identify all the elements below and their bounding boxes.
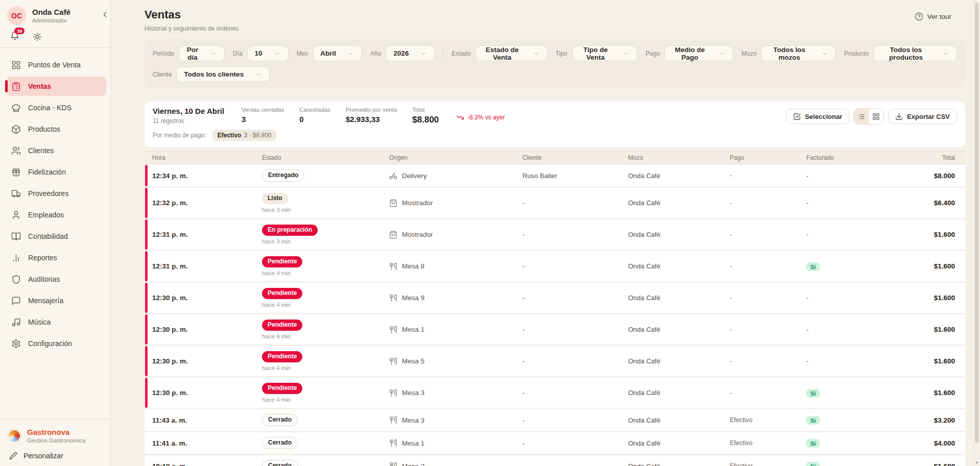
cell-invoiced: Sí — [806, 416, 888, 424]
sidebar-item-fidelizacion[interactable]: Fidelización — [6, 162, 106, 182]
scrollbar-thumb[interactable] — [975, 3, 978, 443]
cell-total: $8.000 — [888, 172, 955, 180]
table-row[interactable]: 10:10 a. m. Cerrado Mesa 2 - Onda Café E… — [145, 455, 965, 466]
filter-group-periodo: Período Por día — [153, 45, 225, 61]
sidebar-item-proveedores[interactable]: Proveedores — [6, 184, 106, 203]
filter-select-ano[interactable]: 2026 — [386, 45, 435, 61]
cell-status: En preparación hace 3 min — [262, 225, 389, 244]
filter-select-producto[interactable]: Todos los productos — [873, 45, 957, 61]
sidebar-item-productos[interactable]: Productos — [6, 119, 106, 139]
pencil-icon — [9, 452, 17, 460]
table-row[interactable]: 12:34 p. m. Entregado Delivery Ruso Bait… — [145, 165, 965, 186]
filter-select-periodo[interactable]: Por día — [179, 45, 225, 61]
filter-label: Mes — [297, 50, 308, 57]
filter-label: Día — [233, 50, 243, 57]
notifications-button[interactable]: 39 — [10, 31, 19, 42]
workspace-name: Onda Café — [32, 8, 70, 16]
cell-origin: Mesa 9 — [389, 294, 522, 302]
workspace-role: Administrador — [32, 17, 70, 23]
cell-origin: Mesa 1 — [389, 439, 522, 447]
chevron-down-icon — [420, 50, 427, 57]
cell-payment: - — [730, 295, 806, 302]
table-row[interactable]: 12:30 p. m. Pendiente hace 4 min Mesa 1 … — [145, 314, 965, 345]
filter-label: Producto — [844, 50, 869, 57]
sidebar-item-label: Mensajería — [28, 297, 63, 305]
filter-value: Todos los mozos — [769, 46, 810, 61]
status-badge: Pendiente — [262, 256, 302, 267]
sidebar-item-contabilidad[interactable]: Contabilidad — [6, 227, 106, 246]
filter-group-ano: Año 2026 — [370, 45, 435, 61]
sidebar-item-empleados[interactable]: Empleados — [6, 205, 106, 225]
origin-label: Mesa 1 — [402, 439, 424, 447]
summary-date-block: Viernes, 10 De Abril 11 registros — [153, 107, 224, 125]
sidebar-header: OC Onda Café Administrador 39 — [0, 0, 110, 48]
filter-group-pago: Pago Medio de Pago — [646, 45, 733, 61]
filter-label: Mozo — [742, 50, 756, 57]
filter-select-pago[interactable]: Medio de Pago — [664, 45, 733, 61]
cell-invoiced: Sí — [806, 462, 888, 466]
personalize-button[interactable]: Personalizar — [7, 452, 103, 460]
seleccionar-button[interactable]: Seleccionar — [786, 109, 849, 124]
list-icon — [857, 113, 865, 120]
scrollbar-down-arrow[interactable]: ▼ — [973, 460, 980, 465]
filter-select-tipo[interactable]: Tipo de Venta — [572, 45, 638, 61]
table-row[interactable]: 12:30 p. m. Pendiente hace 4 min Mesa 3 … — [145, 378, 965, 408]
sidebar-item-musica[interactable]: Música — [6, 312, 106, 332]
table-row[interactable]: 12:30 p. m. Pendiente hace 4 min Mesa 5 … — [145, 346, 965, 376]
list-view-button[interactable] — [854, 109, 869, 124]
cell-total: $1.600 — [888, 231, 955, 238]
filter-select-mes[interactable]: Abril — [313, 45, 362, 61]
cell-total: $6.400 — [888, 199, 955, 207]
summary-card: Viernes, 10 De Abril 11 registros Ventas… — [145, 102, 965, 147]
invoiced-badge: Sí — [806, 416, 820, 425]
utensils-icon — [389, 326, 397, 334]
filter-select-mozo[interactable]: Todos los mozos — [761, 45, 836, 61]
sidebar-item-puntos-de-venta[interactable]: Puntos de Venta — [6, 55, 106, 75]
cell-status: Cerrado — [262, 437, 389, 449]
scrollbar[interactable]: ▼ — [973, 0, 980, 466]
ver-tour-button[interactable]: Ver tour — [915, 12, 951, 21]
filter-group-mozo: Mozo Todos los mozos — [742, 45, 836, 61]
filter-select-estado[interactable]: Estado de Venta — [475, 45, 547, 61]
chevron-down-icon — [347, 50, 354, 57]
table-row[interactable]: 12:31 p. m. Pendiente hace 4 min Mesa 8 … — [145, 251, 965, 281]
theme-toggle-sun-icon[interactable] — [33, 32, 42, 41]
table-row[interactable]: 11:41 a. m. Cerrado Mesa 1 - Onda Café E… — [145, 432, 965, 454]
status-badge: Cerrado — [262, 437, 298, 449]
cell-waiter: Onda Café — [628, 172, 730, 180]
trend-indicator: -8.3% vs ayer — [456, 113, 505, 121]
table-row[interactable]: 11:43 a. m. Cerrado Mesa 3 - Onda Café E… — [145, 409, 965, 431]
stat-value: 3 — [242, 115, 284, 124]
column-header-facturado: Facturado — [806, 154, 888, 161]
sidebar-item-reportes[interactable]: Reportes — [6, 248, 106, 267]
stat-value: $8.800 — [412, 115, 439, 125]
table-row[interactable]: 12:32 p. m. Listo hace 3 min Mostrador -… — [145, 188, 965, 218]
status-ago: hace 3 min — [262, 238, 291, 244]
exportar-csv-button[interactable]: Exportar CSV — [888, 109, 957, 124]
filter-select-dia[interactable]: 10 — [247, 45, 289, 61]
check-square-icon — [793, 113, 801, 120]
table-row[interactable]: 12:30 p. m. Pendiente hace 4 min Mesa 9 … — [145, 283, 965, 313]
sidebar-item-clientes[interactable]: Clientes — [6, 141, 106, 160]
cell-client: - — [522, 262, 628, 270]
sidebar-item-label: Contabilidad — [28, 232, 68, 240]
filter-select-cliente[interactable]: Todos los clientes — [176, 66, 270, 82]
sidebar-item-mensajeria[interactable]: Mensajería — [6, 291, 106, 310]
cell-time: 12:30 p. m. — [152, 326, 262, 333]
sales-table: Hora Estado Origen Cliente Mozo Pago Fac… — [145, 151, 965, 466]
cell-status: Pendiente hace 4 min — [262, 256, 389, 276]
sidebar-item-cocina-kds[interactable]: Cocina - KDS — [6, 98, 106, 117]
table-row[interactable]: 12:31 p. m. En preparación hace 3 min Mo… — [145, 219, 965, 250]
cell-origin: Delivery — [389, 171, 522, 180]
sidebar-item-label: Reportes — [28, 254, 57, 262]
view-toggle — [853, 108, 884, 125]
cell-client: - — [522, 462, 628, 466]
shield-icon — [11, 275, 21, 284]
status-ago: hace 4 min — [262, 365, 291, 371]
cell-payment: Efectivo — [730, 416, 806, 424]
sidebar-collapse-icon[interactable] — [101, 10, 109, 19]
sidebar-item-configuracion[interactable]: Configuración — [6, 334, 106, 353]
grid-view-button[interactable] — [869, 109, 883, 124]
sidebar-item-ventas[interactable]: Ventas — [6, 77, 106, 96]
sidebar-item-auditorias[interactable]: Auditorias — [6, 269, 106, 289]
